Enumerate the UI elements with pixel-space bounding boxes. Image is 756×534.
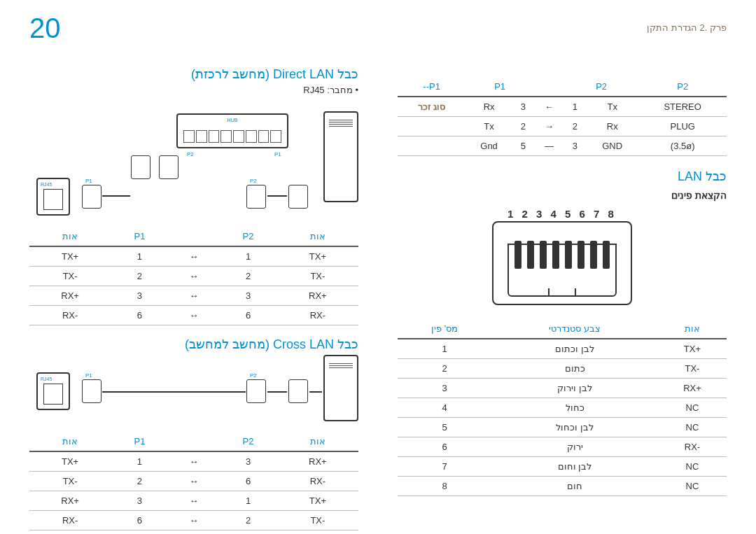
pin-assignment-table: מס' פין צבע סטנדרטי אות 1לבן וכתוםTX+ 2כ… [398, 319, 727, 496]
td: 6 [111, 306, 169, 325]
td: STEREO [638, 97, 727, 117]
td: ↔ [169, 286, 220, 306]
lan-socket-diagram [492, 221, 632, 305]
hub-label: HUB [227, 118, 238, 122]
td: 2 [111, 267, 169, 286]
th: P2 [219, 227, 277, 246]
td: Tx [586, 97, 638, 117]
td: NC [658, 477, 727, 496]
td: 2 [219, 511, 277, 531]
td: 3 [564, 136, 586, 156]
td: לבן וכתום [491, 339, 658, 359]
th: מס' פין [398, 319, 491, 339]
td: RX- [658, 437, 727, 457]
td: 2 [398, 359, 491, 379]
td: חום [491, 477, 658, 496]
td: PLUG [638, 117, 727, 136]
td: ↔ [169, 267, 220, 286]
td: 6 [219, 306, 277, 325]
td: Tx [465, 117, 512, 136]
td: כתום [491, 359, 658, 379]
td: RX- [277, 306, 358, 325]
plug-icon [246, 185, 266, 209]
td: TX- [277, 267, 358, 286]
th: P2 [564, 77, 638, 97]
plug-icon [131, 155, 150, 179]
td: 6 [219, 472, 277, 491]
cross-lan-table: אות P1 P2 אות TX+1↔3RX+ TX-2↔6RX- RX+3↔1… [29, 432, 358, 531]
pc-icon [323, 355, 358, 421]
td: ← [534, 97, 564, 117]
td: ↔ [169, 246, 220, 267]
plug-icon [159, 155, 178, 179]
td: RX+ [658, 379, 727, 398]
td: כחול [491, 398, 658, 418]
td: לבן וכחול [491, 418, 658, 437]
td: 8 [398, 477, 491, 496]
td: 3 [219, 286, 277, 306]
th [534, 77, 564, 97]
td: NC [658, 418, 727, 437]
direct-lan-title: כבל Direct LAN (מחשב לרכזת) [29, 66, 358, 82]
td: RX- [277, 472, 358, 491]
td: לבן וחום [491, 457, 658, 477]
td: TX- [29, 472, 111, 491]
cross-lan-diagram: RJ45 P1 P2 [29, 355, 358, 425]
td: 1 [111, 246, 169, 267]
td: 1 [398, 339, 491, 359]
td: 6 [398, 437, 491, 457]
td: ↔ [169, 306, 220, 325]
td [398, 117, 465, 136]
td: ↔ [169, 472, 220, 491]
pin-numbers: 1 2 3 4 5 6 7 8 [398, 208, 727, 220]
td: 3 [512, 97, 534, 117]
th: אות [29, 227, 111, 246]
pc-icon [323, 111, 358, 202]
td: 7 [398, 457, 491, 477]
td: ↔ [169, 491, 220, 511]
th: אות [277, 227, 358, 246]
td: (3.5ø) [638, 136, 727, 156]
td: Rx [586, 117, 638, 136]
direct-lan-table: אות P1 P2 אות TX+1↔1TX+ TX-2↔2TX- RX+3↔3… [29, 227, 358, 325]
plug-icon [288, 185, 308, 209]
td: 1 [219, 246, 277, 267]
td: 2 [219, 267, 277, 286]
td: 5 [398, 418, 491, 437]
td: TX+ [658, 339, 727, 359]
plug-icon [82, 379, 102, 403]
th: אות [658, 319, 727, 339]
td: ↔ [169, 451, 220, 472]
td: 3 [219, 451, 277, 472]
td: 2 [564, 117, 586, 136]
pin-assignment-label: הקצאת פינים [398, 190, 727, 201]
td: 5 [512, 136, 534, 156]
chapter-label: פרק .2 הגדרת התקן [647, 22, 727, 33]
th [169, 227, 220, 246]
td: 2 [512, 117, 534, 136]
stereo-table: --P1 P1 P2 P2 סוג זכרRx3←1TxSTEREO Tx2→2… [398, 77, 727, 156]
td: — [534, 136, 564, 156]
td: TX+ [277, 491, 358, 511]
td: 3 [111, 491, 169, 511]
direct-lan-diagram: HUB P2 P1 RJ45 P1 P2 [29, 101, 358, 220]
td: לבן וירוק [491, 379, 658, 398]
p1-label: P1 [85, 178, 92, 184]
td: 4 [398, 398, 491, 418]
rj45-label: RJ45 [41, 182, 52, 187]
td: TX+ [29, 451, 111, 472]
td: 3 [398, 379, 491, 398]
p2-label: P2 [250, 178, 257, 184]
td: RX+ [29, 286, 111, 306]
td: ירוק [491, 437, 658, 457]
td: Gnd [465, 136, 512, 156]
page-number: 20 [29, 13, 61, 44]
td: TX- [29, 267, 111, 286]
th: P1 [465, 77, 534, 97]
plug-icon [246, 379, 266, 403]
th: P1 [111, 432, 169, 451]
td: → [534, 117, 564, 136]
td: סוג זכר [398, 97, 465, 117]
td: Rx [465, 97, 512, 117]
td: GND [586, 136, 638, 156]
